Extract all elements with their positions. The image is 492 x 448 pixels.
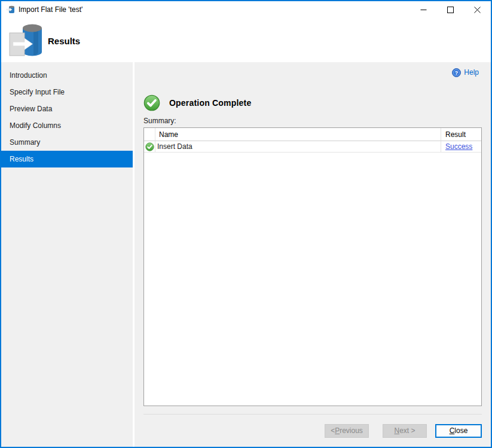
row-result-cell: Success bbox=[441, 141, 481, 152]
name-column-header: Name bbox=[155, 128, 441, 141]
sidebar-item-results[interactable]: Results bbox=[1, 151, 133, 167]
table-empty-area bbox=[144, 153, 481, 406]
sidebar-item-modify-columns[interactable]: Modify Columns bbox=[1, 117, 133, 134]
close-window-button[interactable] bbox=[464, 1, 491, 18]
success-result-link[interactable]: Success bbox=[445, 142, 472, 151]
sidebar-item-introduction[interactable]: Introduction bbox=[1, 67, 133, 84]
close-icon bbox=[474, 7, 481, 13]
svg-text:?: ? bbox=[455, 69, 458, 75]
maximize-icon bbox=[447, 7, 454, 13]
sidebar-item-label: Summary bbox=[10, 138, 40, 147]
button-label-part: lose bbox=[454, 426, 467, 435]
summary-label: Summary: bbox=[143, 117, 482, 126]
sidebar-item-label: Introduction bbox=[10, 71, 47, 80]
result-column-header: Result bbox=[441, 128, 481, 141]
maximize-button[interactable] bbox=[437, 1, 464, 18]
wizard-body: Introduction Specify Input File Preview … bbox=[1, 62, 491, 447]
button-label-part: C bbox=[450, 426, 455, 435]
button-label-part: N bbox=[394, 426, 399, 435]
sidebar-item-specify-input-file[interactable]: Specify Input File bbox=[1, 84, 133, 100]
import-flat-file-wizard-window: Import Flat File 'test' Results bbox=[0, 0, 492, 448]
button-label-part: ext > bbox=[399, 426, 415, 435]
help-link[interactable]: ? Help bbox=[452, 68, 479, 77]
previous-button[interactable]: < Previous bbox=[325, 424, 369, 438]
help-icon: ? bbox=[452, 68, 461, 77]
minimize-button[interactable] bbox=[410, 1, 437, 18]
wizard-steps-sidebar: Introduction Specify Input File Preview … bbox=[1, 62, 133, 447]
window-title: Import Flat File 'test' bbox=[19, 5, 82, 14]
sidebar-item-label: Preview Data bbox=[10, 105, 52, 113]
operation-status-title: Operation Complete bbox=[169, 98, 251, 108]
minimize-icon bbox=[420, 7, 427, 13]
success-icon bbox=[143, 95, 160, 111]
table-header-row: Name Result bbox=[144, 128, 481, 141]
title-bar: Import Flat File 'test' bbox=[1, 1, 491, 18]
sidebar-item-label: Results bbox=[10, 155, 33, 163]
success-icon bbox=[145, 142, 154, 151]
sidebar-item-label: Modify Columns bbox=[10, 121, 61, 130]
wizard-header: Results bbox=[1, 18, 491, 62]
status-column-header bbox=[144, 128, 155, 141]
row-name-cell: Insert Data bbox=[155, 141, 441, 152]
app-icon bbox=[6, 5, 16, 14]
help-row: ? Help bbox=[143, 66, 482, 78]
button-label-part: P bbox=[335, 426, 340, 435]
close-button[interactable]: Close bbox=[435, 424, 482, 438]
page-title: Results bbox=[48, 36, 80, 46]
next-button[interactable]: Next > bbox=[383, 424, 427, 438]
row-status-cell bbox=[144, 141, 155, 152]
import-flat-file-icon bbox=[8, 21, 43, 61]
sidebar-item-preview-data[interactable]: Preview Data bbox=[1, 100, 133, 117]
sidebar-item-label: Specify Input File bbox=[10, 88, 65, 96]
button-label-part: < bbox=[331, 426, 335, 435]
button-label-part: revious bbox=[340, 426, 363, 435]
help-label: Help bbox=[464, 68, 479, 77]
summary-table: Name Result Insert Data Success bbox=[143, 127, 482, 406]
main-panel: ? Help Operation Complete Summary: Name … bbox=[135, 62, 491, 447]
sidebar-item-summary[interactable]: Summary bbox=[1, 134, 133, 151]
table-row: Insert Data Success bbox=[144, 141, 481, 153]
operation-status-row: Operation Complete bbox=[143, 95, 482, 111]
footer-button-bar: < Previous Next > Close bbox=[143, 415, 482, 447]
